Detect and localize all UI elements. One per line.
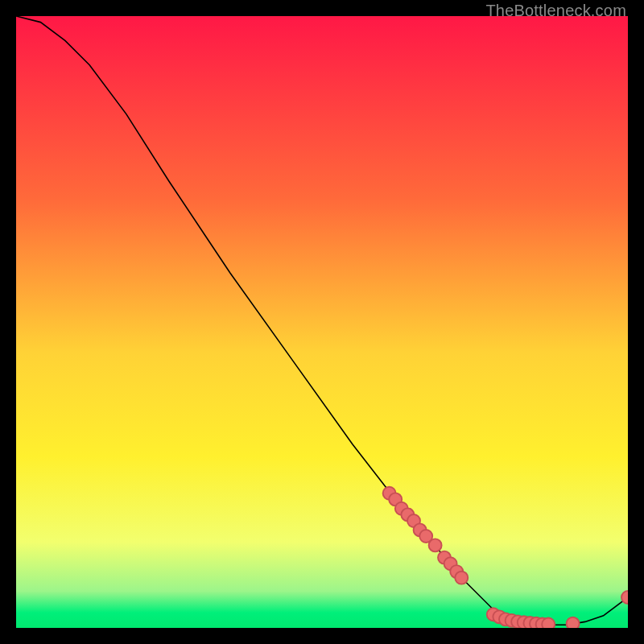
curve-line (16, 16, 628, 625)
plot-area (16, 16, 628, 628)
curve-marker (455, 572, 468, 584)
curve-marker (429, 539, 442, 551)
curve-markers (383, 487, 628, 628)
curve-marker (542, 617, 555, 628)
chart-stage: TheBottleneck.com (0, 0, 644, 644)
bottleneck-curve (16, 16, 628, 628)
curve-marker (567, 617, 580, 628)
curve-marker (621, 591, 628, 604)
